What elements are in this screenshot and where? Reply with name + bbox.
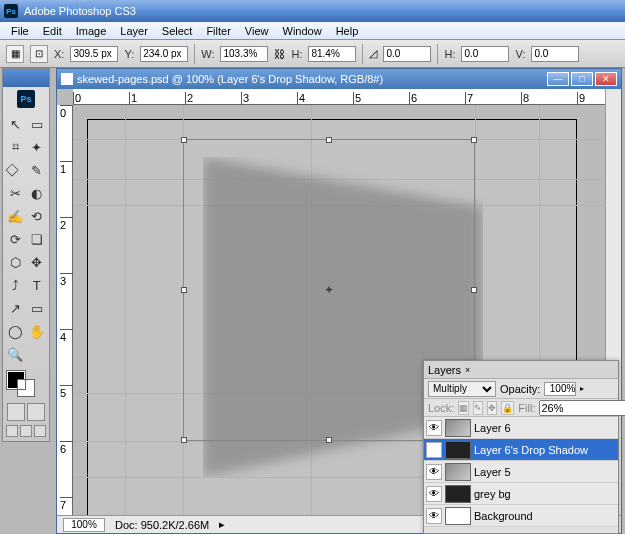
tool-11[interactable]: ❏: [27, 228, 48, 250]
tool-17[interactable]: ▭: [27, 297, 48, 319]
layer-row[interactable]: 👁Layer 6's Drop Shadow: [424, 439, 618, 461]
guide[interactable]: [125, 105, 126, 515]
vskew-input[interactable]: [531, 46, 579, 62]
y-label: Y:: [124, 48, 134, 60]
document-titlebar[interactable]: skewed-pages.psd @ 100% (Layer 6's Drop …: [57, 69, 621, 89]
tool-7[interactable]: ◐: [27, 182, 48, 204]
menu-image[interactable]: Image: [69, 23, 114, 39]
y-input[interactable]: [140, 46, 188, 62]
w-input[interactable]: [220, 46, 268, 62]
layer-name: Layer 5: [474, 466, 511, 478]
separator: [194, 44, 195, 64]
zoom-input[interactable]: [63, 518, 105, 532]
tool-0[interactable]: ↖: [5, 113, 26, 135]
minimize-button[interactable]: —: [547, 72, 569, 86]
layer-thumbnail[interactable]: [445, 419, 471, 437]
layer-row[interactable]: 👁grey bg: [424, 483, 618, 505]
doc-size: Doc: 950.2K/2.66M: [115, 519, 209, 531]
tool-6[interactable]: ✂: [5, 182, 26, 204]
layer-thumbnail[interactable]: [445, 441, 471, 459]
layers-panel[interactable]: Layers × Multiply Opacity: ▸ Lock: ▦ ✎ ✥…: [423, 360, 619, 534]
tool-18[interactable]: ◯: [5, 320, 26, 342]
background-swatch[interactable]: [17, 379, 35, 397]
lock-label: Lock:: [428, 402, 454, 414]
menu-layer[interactable]: Layer: [113, 23, 155, 39]
layer-row[interactable]: 👁Background: [424, 505, 618, 527]
screen-mode[interactable]: [3, 423, 49, 441]
visibility-icon[interactable]: 👁: [426, 464, 442, 480]
app-title: Adobe Photoshop CS3: [24, 5, 136, 17]
tool-8[interactable]: ✍: [5, 205, 26, 227]
menu-window[interactable]: Window: [276, 23, 329, 39]
layer-name: Layer 6's Drop Shadow: [474, 444, 588, 456]
h-input[interactable]: [308, 46, 356, 62]
layer-thumbnail[interactable]: [445, 463, 471, 481]
lock-transparency-icon[interactable]: ▦: [458, 401, 469, 415]
tool-12[interactable]: ⬡: [5, 251, 26, 273]
transform-handle[interactable]: [181, 437, 187, 443]
menu-view[interactable]: View: [238, 23, 276, 39]
hskew-label: H:: [444, 48, 455, 60]
opacity-input[interactable]: [544, 382, 576, 396]
tool-16[interactable]: ↗: [5, 297, 26, 319]
tool-19[interactable]: ✋: [27, 320, 48, 342]
status-flyout-icon[interactable]: ▸: [219, 518, 225, 531]
link-icon[interactable]: ⛓: [274, 48, 285, 60]
separator: [362, 44, 363, 64]
app-icon: Ps: [4, 4, 18, 18]
menu-file[interactable]: File: [4, 23, 36, 39]
layer-row[interactable]: 👁Layer 5: [424, 461, 618, 483]
tool-20[interactable]: 🔍: [5, 343, 26, 365]
layers-tab[interactable]: Layers ×: [424, 361, 618, 379]
titlebar: Ps Adobe Photoshop CS3: [0, 0, 625, 22]
layer-row[interactable]: 👁Layer 6: [424, 417, 618, 439]
menu-help[interactable]: Help: [329, 23, 366, 39]
reference-point-icon[interactable]: ⊡: [30, 45, 48, 63]
transform-handle[interactable]: [181, 137, 187, 143]
tool-15[interactable]: T: [27, 274, 48, 296]
document-icon: [61, 73, 73, 85]
quick-mask-toggle[interactable]: [3, 401, 49, 423]
color-swatches[interactable]: [3, 367, 49, 401]
opacity-flyout-icon[interactable]: ▸: [580, 384, 584, 393]
layer-thumbnail[interactable]: [445, 507, 471, 525]
transform-icon[interactable]: ▦: [6, 45, 24, 63]
visibility-icon[interactable]: 👁: [426, 420, 442, 436]
tool-5[interactable]: ✎: [27, 159, 48, 181]
lock-all-icon[interactable]: 🔒: [501, 401, 514, 415]
menu-filter[interactable]: Filter: [199, 23, 237, 39]
tool-2[interactable]: ⌗: [5, 136, 26, 158]
h-label: H:: [291, 48, 302, 60]
layer-name: Layer 6: [474, 422, 511, 434]
tool-1[interactable]: ▭: [27, 113, 48, 135]
x-input[interactable]: [70, 46, 118, 62]
tool-14[interactable]: ⤴: [5, 274, 26, 296]
lock-position-icon[interactable]: ✥: [487, 401, 497, 415]
tool-10[interactable]: ⟳: [5, 228, 26, 250]
visibility-icon[interactable]: 👁: [426, 442, 442, 458]
tool-4[interactable]: ⃟: [5, 159, 26, 181]
transform-handle[interactable]: [181, 287, 187, 293]
tool-9[interactable]: ⟲: [27, 205, 48, 227]
rotation-input[interactable]: [383, 46, 431, 62]
tools-titlebar[interactable]: [3, 69, 49, 87]
transform-center-icon[interactable]: ✦: [324, 283, 334, 297]
tool-3[interactable]: ✦: [27, 136, 48, 158]
fill-input[interactable]: [539, 400, 625, 416]
visibility-icon[interactable]: 👁: [426, 486, 442, 502]
menu-select[interactable]: Select: [155, 23, 200, 39]
transform-handle[interactable]: [326, 137, 332, 143]
maximize-button[interactable]: □: [571, 72, 593, 86]
blend-mode-select[interactable]: Multiply: [428, 381, 496, 397]
hskew-input[interactable]: [461, 46, 509, 62]
transform-handle[interactable]: [471, 137, 477, 143]
layer-thumbnail[interactable]: [445, 485, 471, 503]
close-button[interactable]: ✕: [595, 72, 617, 86]
close-panel-icon[interactable]: ×: [465, 365, 470, 375]
tool-13[interactable]: ✥: [27, 251, 48, 273]
menu-edit[interactable]: Edit: [36, 23, 69, 39]
transform-handle[interactable]: [326, 437, 332, 443]
lock-pixels-icon[interactable]: ✎: [473, 401, 483, 415]
transform-handle[interactable]: [471, 287, 477, 293]
visibility-icon[interactable]: 👁: [426, 508, 442, 524]
